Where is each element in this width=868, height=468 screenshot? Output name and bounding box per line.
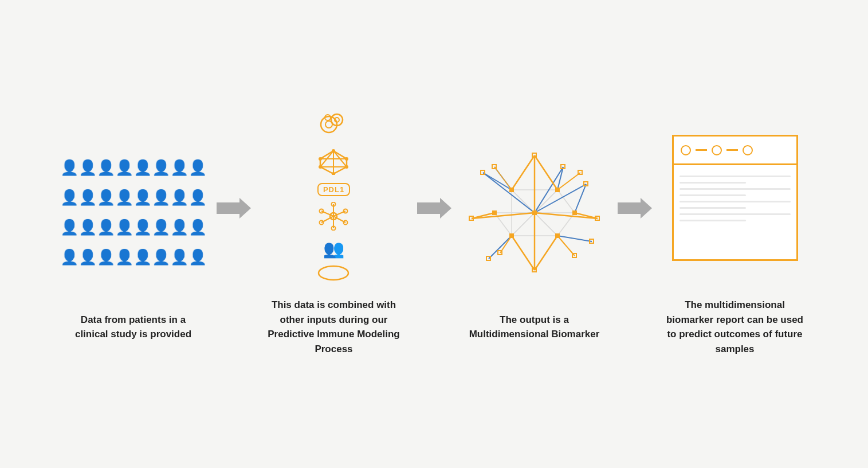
- report-circle-2: [712, 145, 722, 155]
- svg-rect-74: [532, 210, 537, 215]
- people-grid: 👤 👤 👤 👤 👤 👤 👤 👤 👤 👤 👤 👤 👤 👤 👤 👤 👤 👤 👤: [61, 154, 206, 271]
- report-line-6: [680, 207, 746, 209]
- person-icon: 👤: [80, 184, 96, 212]
- svg-marker-0: [217, 198, 251, 219]
- svg-line-55: [557, 236, 592, 241]
- svg-point-32: [319, 266, 348, 280]
- svg-point-14: [345, 165, 348, 169]
- gene-expression-icon: [318, 149, 349, 177]
- person-icon: 👤: [190, 214, 206, 241]
- pdl1-badge: PDL1: [317, 183, 350, 196]
- step-patients: 👤 👤 👤 👤 👤 👤 👤 👤 👤 👤 👤 👤 👤 👤 👤 👤 👤 👤 👤: [53, 127, 214, 342]
- report-window: [672, 135, 798, 261]
- person-icon: 👤: [190, 184, 206, 212]
- step1-caption: Data from patients in a clinical study i…: [65, 313, 202, 342]
- svg-line-48: [483, 173, 535, 213]
- person-icon: 👤: [153, 214, 169, 241]
- svg-line-43: [557, 190, 575, 213]
- svg-line-67: [494, 167, 512, 190]
- step-network: The output is a Multidimensional Biomark…: [454, 127, 615, 342]
- person-icon: 👤: [171, 214, 187, 241]
- person-icon: 👤: [80, 154, 96, 182]
- person-icon: 👤: [135, 244, 151, 271]
- svg-point-16: [319, 165, 322, 169]
- report-header: [674, 136, 796, 165]
- person-icon: 👤: [135, 154, 151, 182]
- report-circle-1: [681, 145, 691, 155]
- arrow-2-svg: [417, 194, 451, 223]
- person-icon: 👤: [98, 244, 114, 271]
- person-icon: 👤: [153, 184, 169, 212]
- person-icon: 👤: [116, 184, 132, 212]
- svg-line-63: [512, 236, 535, 270]
- svg-line-59: [535, 155, 557, 190]
- network-svg: [460, 132, 609, 293]
- person-icon: 👤: [135, 214, 151, 241]
- flow-container: 👤 👤 👤 👤 👤 👤 👤 👤 👤 👤 👤 👤 👤 👤 👤 👤 👤 👤 👤: [33, 112, 835, 356]
- svg-rect-71: [509, 188, 514, 192]
- person-icon: 👤: [153, 154, 169, 182]
- report-connector: [696, 149, 707, 151]
- oval-icon: [317, 264, 349, 284]
- report-icon-area: [672, 112, 798, 284]
- report-line-7: [680, 213, 791, 215]
- hub-icon: [318, 202, 349, 233]
- arrow-1-svg: [217, 194, 251, 223]
- person-icon: 👤: [171, 244, 187, 271]
- person-icon: 👤: [61, 184, 77, 212]
- report-line-5: [680, 201, 791, 202]
- svg-rect-73: [492, 210, 497, 215]
- person-icon: 👤: [190, 244, 206, 271]
- svg-point-17: [319, 157, 322, 161]
- person-icon: 👤: [171, 154, 187, 182]
- patients-icon-area: 👤 👤 👤 👤 👤 👤 👤 👤 👤 👤 👤 👤 👤 👤 👤 👤 👤 👤 👤: [61, 127, 206, 299]
- network-icon-area: [460, 127, 609, 299]
- svg-marker-33: [417, 198, 451, 219]
- person-icon: 👤: [190, 154, 206, 182]
- arrow-2: [414, 194, 454, 223]
- person-icon: 👤: [98, 154, 114, 182]
- svg-line-49: [483, 173, 512, 190]
- small-patients-icon: 👥: [323, 239, 344, 259]
- person-icon: 👤: [116, 214, 132, 241]
- person-icon: 👤: [171, 184, 187, 212]
- step2-caption: This data is combined with other inputs …: [265, 298, 403, 356]
- arrow-3-svg: [618, 194, 652, 223]
- arrow-3: [615, 194, 655, 223]
- report-body: [674, 165, 796, 232]
- svg-rect-77: [555, 233, 560, 238]
- report-circle-3: [743, 145, 753, 155]
- person-icon: 👤: [80, 214, 96, 241]
- report-line-1: [680, 176, 791, 177]
- svg-line-58: [512, 155, 535, 190]
- svg-marker-91: [618, 198, 652, 219]
- svg-rect-75: [572, 210, 577, 215]
- svg-rect-72: [555, 188, 560, 192]
- person-icon: 👤: [61, 214, 77, 241]
- svg-rect-76: [509, 233, 514, 238]
- step-report: The multidimensional biomarker report ca…: [655, 112, 815, 356]
- svg-line-53: [575, 184, 586, 213]
- svg-line-64: [535, 236, 557, 270]
- person-icon: 👤: [153, 244, 169, 271]
- report-connector-2: [726, 149, 738, 151]
- pathology-icon: [317, 112, 349, 143]
- report-line-3: [680, 188, 791, 190]
- svg-point-12: [332, 149, 335, 153]
- person-icon: 👤: [61, 154, 77, 182]
- person-icon: 👤: [98, 184, 114, 212]
- report-line-8: [680, 220, 746, 221]
- arrow-1: [214, 194, 254, 223]
- person-icon: 👤: [116, 244, 132, 271]
- person-icon: 👤: [135, 184, 151, 212]
- step3-caption: The output is a Multidimensional Biomark…: [466, 313, 603, 342]
- person-icon: 👤: [61, 244, 77, 271]
- inputs-stack: PDL1: [317, 112, 350, 284]
- step-inputs: PDL1: [254, 112, 414, 356]
- report-line-2: [680, 182, 746, 184]
- inputs-icon-area: PDL1: [317, 112, 350, 284]
- network-graph: [460, 132, 609, 293]
- svg-point-13: [345, 157, 348, 161]
- person-icon: 👤: [116, 154, 132, 182]
- person-icon: 👤: [98, 214, 114, 241]
